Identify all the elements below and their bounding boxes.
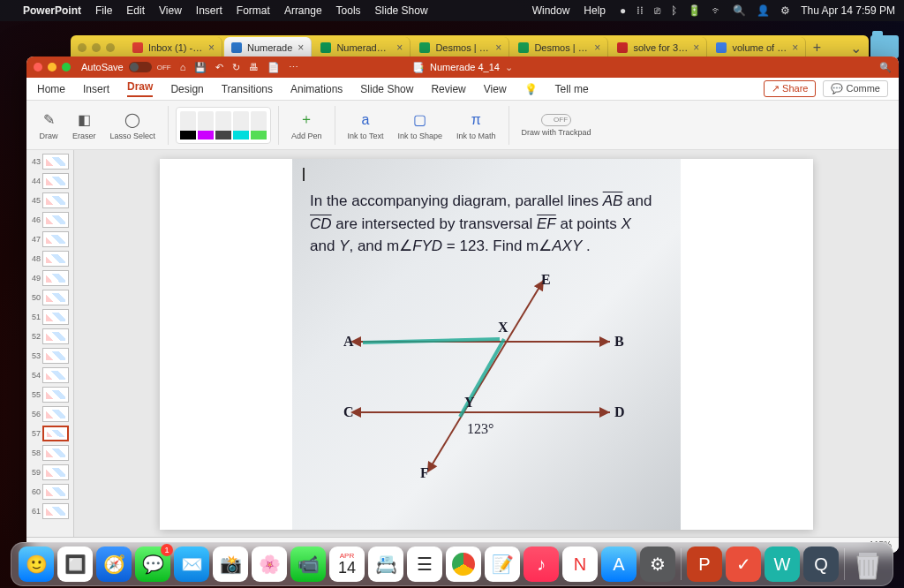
draw-tool[interactable]: ✎Draw [34, 110, 64, 140]
ink-to-text[interactable]: aInk to Text [343, 110, 389, 140]
app-name[interactable]: PowerPoint [23, 4, 81, 17]
slide-thumb[interactable]: 46 [28, 212, 72, 228]
calendar-icon[interactable]: APR14 [329, 547, 365, 582]
close-icon[interactable]: × [396, 41, 403, 54]
pen-black[interactable] [180, 111, 196, 139]
tab-draw[interactable]: Draw [127, 80, 153, 97]
tally-icon[interactable]: ⁞⁞ [637, 4, 644, 17]
toggle-icon[interactable] [129, 62, 152, 72]
share-button[interactable]: ↗ Share [764, 80, 816, 97]
tabs-overflow-icon[interactable]: ⌄ [850, 40, 862, 57]
pen-gallery[interactable] [176, 107, 271, 144]
slide-thumb[interactable]: 57 [28, 426, 72, 441]
browser-tab[interactable]: Numerade× [224, 37, 312, 58]
menu-arrange[interactable]: Arrange [284, 4, 322, 17]
pen-green[interactable] [251, 111, 267, 139]
menu-file[interactable]: File [95, 4, 112, 17]
autosave-toggle[interactable]: AutoSave OFF [81, 62, 171, 72]
slide-thumb[interactable]: 53 [28, 348, 72, 364]
battery-icon[interactable]: 🔋 [688, 4, 701, 17]
record-icon[interactable]: ● [620, 4, 626, 17]
slide-thumb[interactable]: 61 [28, 503, 72, 519]
settings-icon[interactable]: ⚙ [640, 547, 675, 582]
search-icon[interactable]: 🔍 [879, 62, 892, 73]
tab-view[interactable]: View [484, 83, 507, 95]
slide-thumb[interactable]: 48 [28, 251, 72, 267]
new-tab-button[interactable]: + [808, 40, 825, 56]
menu-help[interactable]: Help [584, 4, 606, 17]
tab-design[interactable]: Design [170, 83, 203, 95]
tell-me[interactable]: Tell me [555, 83, 589, 95]
undo-icon[interactable]: ↶ [215, 62, 223, 73]
tab-animations[interactable]: Animations [290, 83, 343, 95]
slide-thumb[interactable]: 50 [28, 290, 72, 305]
safari-icon[interactable]: 🧭 [96, 547, 132, 582]
copy-icon[interactable]: 📄 [267, 62, 280, 73]
slide-thumb[interactable]: 43 [28, 154, 72, 170]
users-icon[interactable]: 👤 [757, 4, 770, 17]
display-icon[interactable]: ⎚ [654, 4, 660, 17]
comments-button[interactable]: 💬 Comme [823, 80, 888, 97]
powerpoint-icon[interactable]: P [687, 547, 722, 582]
control-center-icon[interactable]: ⚙ [780, 4, 790, 17]
save-icon[interactable]: 💾 [194, 62, 207, 73]
close-icon[interactable]: × [298, 41, 304, 54]
window-controls[interactable] [34, 63, 71, 72]
reminders-icon[interactable]: ☰ [407, 547, 442, 582]
browser-tab[interactable]: Numerade pay…× [313, 37, 411, 58]
quicktime-icon[interactable]: Q [803, 547, 839, 582]
slide-thumb[interactable]: 54 [28, 367, 72, 383]
menu-edit[interactable]: Edit [126, 4, 145, 17]
menu-window[interactable]: Window [532, 4, 570, 17]
photobooth-icon[interactable]: 📸 [213, 547, 248, 582]
menu-slideshow[interactable]: Slide Show [375, 4, 428, 17]
appstore-icon[interactable]: A [601, 547, 637, 582]
redo-icon[interactable]: ↻ [232, 62, 240, 73]
slide-thumb[interactable]: 60 [28, 484, 72, 500]
tab-slideshow[interactable]: Slide Show [360, 83, 413, 95]
bluetooth-icon[interactable]: ᛒ [671, 4, 677, 17]
slide-thumb[interactable]: 52 [28, 328, 72, 344]
search-icon[interactable]: 🔍 [733, 4, 746, 17]
slide-thumb[interactable]: 47 [28, 231, 72, 247]
slide-thumbnails[interactable]: 43444546474849505152535455565758596061 [26, 150, 74, 537]
photos-icon[interactable]: 🌸 [252, 547, 287, 582]
tab-home[interactable]: Home [37, 83, 65, 95]
slide-thumb[interactable]: 59 [28, 464, 72, 480]
browser-tab[interactable]: volume of a pe…× [709, 37, 806, 58]
tab-transitions[interactable]: Transitions [222, 83, 273, 95]
whatsapp-icon[interactable]: W [765, 547, 800, 582]
close-icon[interactable]: × [495, 41, 501, 54]
print-icon[interactable]: 🖶 [249, 62, 259, 73]
slide-thumb[interactable]: 45 [28, 192, 72, 208]
browser-traffic-lights[interactable] [78, 43, 115, 52]
slide-canvas[interactable]: In the accompanying diagram, parallel li… [74, 150, 899, 537]
mail-icon[interactable]: ✉️ [174, 547, 209, 582]
trash-icon[interactable] [850, 547, 885, 582]
messages-icon[interactable]: 💬1 [135, 547, 170, 582]
lasso-tool[interactable]: ◯Lasso Select [105, 110, 162, 140]
add-pen[interactable]: ＋Add Pen [286, 110, 328, 140]
slide-thumb[interactable]: 55 [28, 387, 72, 403]
menubar-datetime[interactable]: Thu Apr 14 7:59 PM [801, 4, 895, 17]
tab-review[interactable]: Review [431, 83, 465, 95]
browser-tab[interactable]: solve for 3x+3…× [610, 37, 707, 58]
slide-thumb[interactable]: 49 [28, 270, 72, 286]
pen-cyan[interactable] [233, 111, 249, 139]
pen-gray[interactable] [215, 111, 231, 139]
close-icon[interactable]: × [693, 41, 699, 54]
facetime-icon[interactable]: 📹 [290, 547, 326, 582]
music-icon[interactable]: ♪ [524, 547, 559, 582]
tab-insert[interactable]: Insert [83, 83, 109, 95]
browser-tab[interactable]: Inbox (1) - the…× [125, 37, 222, 58]
pen-magenta[interactable] [198, 111, 214, 139]
trackpad-toggle-icon[interactable]: OFF [541, 114, 571, 126]
draw-with-trackpad[interactable]: OFF Draw with Trackpad [516, 114, 597, 137]
close-icon[interactable]: × [208, 41, 215, 54]
menu-view[interactable]: View [159, 4, 182, 17]
notes-icon[interactable]: 📝 [485, 547, 520, 582]
menu-insert[interactable]: Insert [196, 4, 222, 17]
more-icon[interactable]: ⋯ [289, 62, 298, 73]
desktop-folder-icon[interactable] [870, 35, 899, 58]
ink-to-shape[interactable]: ▢Ink to Shape [392, 110, 448, 140]
